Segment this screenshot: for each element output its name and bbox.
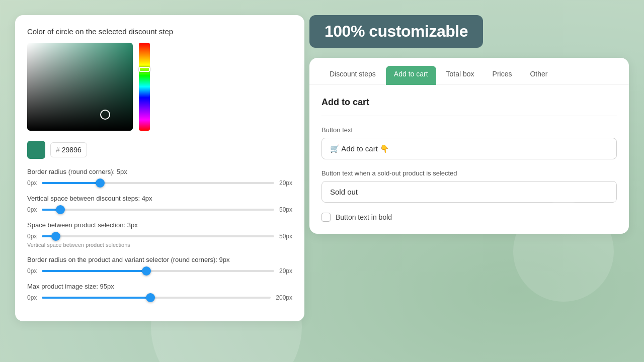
vss-track[interactable] [42, 209, 274, 211]
section-heading: Add to cart [321, 97, 617, 116]
right-panel: 100% customizable Discount steps Add to … [309, 15, 629, 234]
color-picker-area [27, 43, 292, 131]
border-radius-slider-row: 0px 20px [27, 179, 292, 187]
brs-track[interactable] [42, 270, 274, 272]
brs-min: 0px [27, 267, 37, 275]
space-product-section: Space between product selection: 3px 0px… [27, 221, 292, 248]
border-radius-fill [42, 182, 100, 184]
sp-min: 0px [27, 233, 37, 240]
settings-panel: Discount steps Add to cart Total box Pri… [309, 58, 629, 234]
hex-value: 29896 [62, 146, 82, 154]
sold-out-input[interactable] [321, 181, 617, 203]
mis-fill [42, 297, 150, 299]
brs-label: Border radius on the product and variant… [27, 256, 292, 263]
mis-row: 0px 200px [27, 294, 292, 301]
mis-label: Max product image size: 95px [27, 283, 292, 290]
settings-content: Add to cart Button text Button text when… [309, 85, 629, 234]
brs-fill [42, 270, 146, 272]
sold-out-group: Button text when a sold-out product is s… [321, 169, 617, 203]
left-panel: Color of circle on the selected discount… [15, 15, 304, 321]
sp-thumb[interactable] [51, 232, 60, 241]
button-text-group: Button text [321, 126, 617, 159]
mis-max: 200px [276, 294, 292, 301]
brs-max: 20px [279, 267, 292, 275]
hash-symbol: # [56, 146, 60, 154]
mis-min: 0px [27, 294, 37, 301]
badge-title: 100% customizable [309, 15, 483, 48]
space-product-row: 0px 50px [27, 233, 292, 240]
mis-thumb[interactable] [146, 293, 155, 302]
border-radius-min: 0px [27, 179, 37, 187]
tab-total-box[interactable]: Total box [438, 66, 482, 85]
tab-add-to-cart[interactable]: Add to cart [386, 66, 436, 85]
border-radius-track[interactable] [42, 182, 274, 184]
color-hex-display: # 29896 [50, 142, 87, 157]
sp-max: 50px [279, 233, 292, 240]
border-radius-slider-section: Border radius (round corners): 5px 0px 2… [27, 168, 292, 187]
tab-other[interactable]: Other [522, 66, 555, 85]
vss-thumb[interactable] [56, 205, 65, 214]
border-radius-selector-section: Border radius on the product and variant… [27, 256, 292, 275]
space-product-note: Vertical space between product selection… [27, 242, 292, 248]
max-image-size-section: Max product image size: 95px 0px 200px [27, 283, 292, 301]
bold-label: Button text in bold [336, 213, 392, 221]
tabs-row: Discount steps Add to cart Total box Pri… [309, 58, 629, 85]
brs-row: 0px 20px [27, 267, 292, 275]
tab-prices[interactable]: Prices [485, 66, 520, 85]
border-radius-thumb[interactable] [96, 178, 105, 188]
tab-discount-steps[interactable]: Discount steps [321, 66, 384, 85]
color-swatch[interactable] [27, 141, 45, 159]
vertical-space-steps-section: Vertical space between discount steps: 4… [27, 195, 292, 213]
bold-checkbox[interactable] [321, 213, 331, 222]
space-product-label: Space between product selection: 3px [27, 221, 292, 229]
vss-max: 50px [279, 206, 292, 213]
button-text-label: Button text [321, 126, 617, 134]
vss-min: 0px [27, 206, 37, 213]
border-radius-max: 20px [279, 179, 292, 187]
left-panel-title: Color of circle on the selected discount… [27, 27, 292, 36]
sp-track[interactable] [42, 235, 274, 237]
vertical-space-steps-label: Vertical space between discount steps: 4… [27, 195, 292, 202]
color-input-row: # 29896 [27, 141, 292, 159]
button-text-input[interactable] [321, 138, 617, 159]
brs-thumb[interactable] [142, 266, 151, 276]
sold-out-label: Button text when a sold-out product is s… [321, 169, 617, 177]
color-hue-strip[interactable] [139, 43, 150, 131]
hue-thumb[interactable] [139, 67, 150, 72]
vertical-space-steps-row: 0px 50px [27, 206, 292, 213]
gradient-thumb[interactable] [100, 110, 110, 120]
color-gradient[interactable] [27, 43, 133, 131]
border-radius-label: Border radius (round corners): 5px [27, 168, 292, 175]
bold-checkbox-row: Button text in bold [321, 213, 617, 222]
mis-track[interactable] [42, 297, 271, 299]
